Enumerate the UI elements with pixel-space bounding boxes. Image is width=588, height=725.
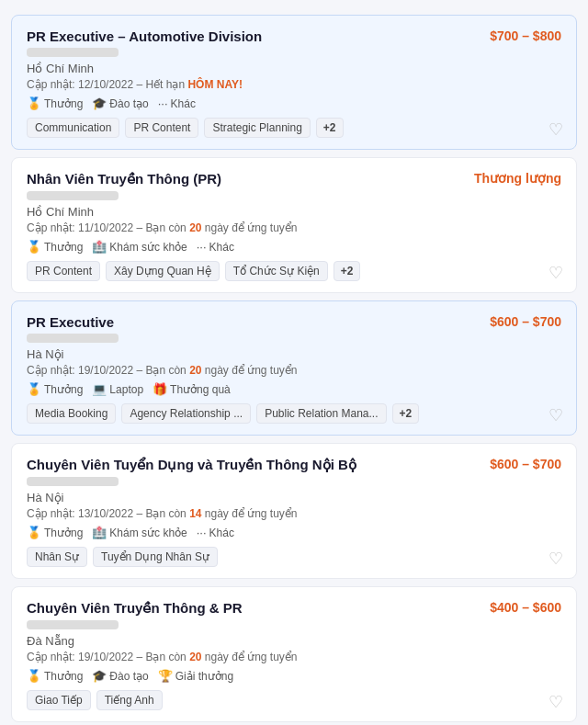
benefit-label: Đào tạo: [109, 97, 148, 110]
company-name-placeholder: [27, 191, 119, 200]
benefit-item: 🎁 Thưởng quà: [153, 382, 231, 396]
job-tag: Xây Dựng Quan Hệ: [106, 261, 220, 281]
benefit-label: Thưởng: [44, 383, 83, 396]
benefit-icon: 🏆: [158, 669, 173, 683]
job-salary: $600 – $700: [490, 457, 561, 471]
benefit-item: 🏅 Thưởng: [27, 240, 83, 254]
job-card[interactable]: Nhân Viên Truyền Thông (PR) Thương lượng…: [11, 157, 577, 293]
benefit-item: 🏅 Thưởng: [27, 526, 83, 539]
job-header: PR Executive $600 – $700: [27, 314, 561, 330]
benefit-icon: 🏅: [27, 526, 41, 539]
benefit-label: Laptop: [109, 383, 143, 396]
job-benefits: 🏅 Thưởng 🎓 Đào tạo ··· Khác: [27, 96, 561, 110]
favorite-button[interactable]: ♡: [548, 694, 563, 710]
benefit-item: 🏥 Khám sức khỏe: [92, 240, 187, 254]
benefit-item: ··· Khác: [197, 240, 234, 254]
benefit-icon: 🎓: [92, 96, 107, 110]
job-tag-more: +2: [316, 118, 344, 138]
job-salary: $400 – $600: [490, 600, 561, 615]
job-benefits: 🏅 Thưởng 💻 Laptop 🎁 Thưởng quà: [27, 382, 561, 396]
benefit-label: Khác: [171, 97, 196, 110]
favorite-button[interactable]: ♡: [548, 550, 563, 567]
benefit-item: 🏥 Khám sức khỏe: [92, 526, 187, 539]
benefit-label: Thưởng: [44, 670, 83, 683]
job-title: PR Executive – Automotive Division: [27, 28, 490, 44]
job-tags: PR Content Xây Dựng Quan Hệ Tổ Chức Sự K…: [27, 261, 561, 281]
benefit-icon: 🎁: [153, 382, 167, 396]
benefit-icon: ···: [158, 96, 168, 110]
job-location: Hà Nội: [27, 491, 561, 504]
job-benefits: 🏅 Thưởng 🏥 Khám sức khỏe ··· Khác: [27, 526, 561, 539]
benefit-label: Thưởng: [44, 527, 83, 539]
benefit-icon: 💻: [92, 382, 107, 396]
job-tag: Public Relation Mana...: [256, 403, 386, 424]
benefit-item: ··· Khác: [158, 96, 196, 110]
job-tag: Strategic Planning: [204, 118, 310, 138]
job-location: Hồ Chí Minh: [27, 205, 561, 219]
job-update: Cập nhật: 13/10/2022 – Bạn còn 14 ngày đ…: [27, 507, 561, 520]
job-update: Cập nhật: 19/10/2022 – Bạn còn 20 ngày đ…: [27, 651, 561, 663]
favorite-button[interactable]: ♡: [548, 121, 563, 138]
job-title: Chuyên Viên Tuyển Dụng và Truyền Thông N…: [27, 457, 490, 473]
job-tags: Giao Tiếp Tiếng Anh: [27, 690, 561, 710]
benefit-label: Thưởng: [44, 97, 83, 110]
job-tag: Agency Relationship ...: [121, 403, 251, 424]
job-location: Đà Nẵng: [27, 634, 561, 648]
job-card[interactable]: Chuyên Viên Truyền Thông & PR $400 – $60…: [11, 586, 577, 722]
benefit-item: 🏅 Thưởng: [27, 96, 83, 110]
benefit-icon: ···: [197, 526, 207, 539]
job-tag: Giao Tiếp: [27, 690, 91, 710]
days-left: 14: [189, 507, 201, 520]
benefit-item: 🏅 Thưởng: [27, 382, 83, 396]
job-tag: Tuyển Dụng Nhân Sự: [93, 547, 218, 567]
job-benefits: 🏅 Thưởng 🏥 Khám sức khỏe ··· Khác: [27, 240, 561, 254]
benefit-item: 💻 Laptop: [92, 382, 143, 396]
job-update: Cập nhật: 11/10/2022 – Bạn còn 20 ngày đ…: [27, 221, 561, 234]
favorite-button[interactable]: ♡: [548, 265, 563, 281]
job-card[interactable]: PR Executive $600 – $700 Hà Nội Cập nhật…: [11, 300, 577, 436]
benefit-item: 🏅 Thưởng: [27, 669, 83, 683]
days-left: 20: [189, 221, 201, 234]
benefit-label: Giải thưởng: [175, 670, 233, 683]
benefit-label: Khác: [209, 241, 234, 254]
job-tags: Nhân Sự Tuyển Dụng Nhân Sự: [27, 547, 561, 567]
job-salary: $600 – $700: [490, 314, 561, 329]
job-location: Hồ Chí Minh: [27, 62, 561, 75]
benefit-icon: 🏥: [92, 526, 107, 539]
job-salary: $700 – $800: [490, 28, 561, 43]
company-name-placeholder: [27, 620, 119, 629]
benefit-icon: 🏥: [92, 240, 107, 254]
job-list: PR Executive – Automotive Division $700 …: [0, 0, 588, 725]
benefit-icon: 🏅: [27, 240, 41, 254]
job-card[interactable]: PR Executive – Automotive Division $700 …: [11, 15, 577, 150]
job-header: Nhân Viên Truyền Thông (PR) Thương lượng: [27, 171, 561, 187]
benefit-item: 🎓 Đào tạo: [92, 96, 148, 110]
benefit-label: Khám sức khỏe: [109, 241, 187, 254]
benefit-icon: ···: [197, 240, 207, 254]
benefit-icon: 🏅: [27, 96, 41, 110]
job-tag-more: +2: [334, 261, 361, 281]
benefit-item: 🏆 Giải thưởng: [158, 669, 233, 683]
job-tags: Media Booking Agency Relationship ... Pu…: [27, 403, 561, 424]
job-header: Chuyên Viên Tuyển Dụng và Truyền Thông N…: [27, 457, 561, 473]
job-update: Cập nhật: 12/10/2022 – Hết hạn HÔM NAY!: [27, 78, 561, 91]
company-name-placeholder: [27, 477, 119, 486]
favorite-button[interactable]: ♡: [548, 407, 563, 424]
benefit-label: Đào tạo: [109, 670, 148, 683]
job-header: PR Executive – Automotive Division $700 …: [27, 28, 561, 44]
job-location: Hà Nội: [27, 347, 561, 361]
job-benefits: 🏅 Thưởng 🎓 Đào tạo 🏆 Giải thưởng: [27, 669, 561, 683]
company-name-placeholder: [27, 334, 119, 343]
company-name-placeholder: [27, 48, 119, 57]
benefit-label: Khác: [209, 527, 234, 539]
job-title: PR Executive: [27, 314, 490, 330]
job-card[interactable]: Chuyên Viên Tuyển Dụng và Truyền Thông N…: [11, 443, 577, 579]
job-tags: Communication PR Content Strategic Plann…: [27, 118, 561, 138]
job-tag-more: +2: [392, 403, 420, 424]
benefit-label: Thưởng quà: [170, 383, 231, 396]
benefit-item: ··· Khác: [197, 526, 234, 539]
benefit-label: Thưởng: [44, 241, 83, 254]
benefit-item: 🎓 Đào tạo: [92, 669, 148, 683]
job-update: Cập nhật: 19/10/2022 – Bạn còn 20 ngày đ…: [27, 364, 561, 377]
days-left: 20: [189, 364, 201, 377]
